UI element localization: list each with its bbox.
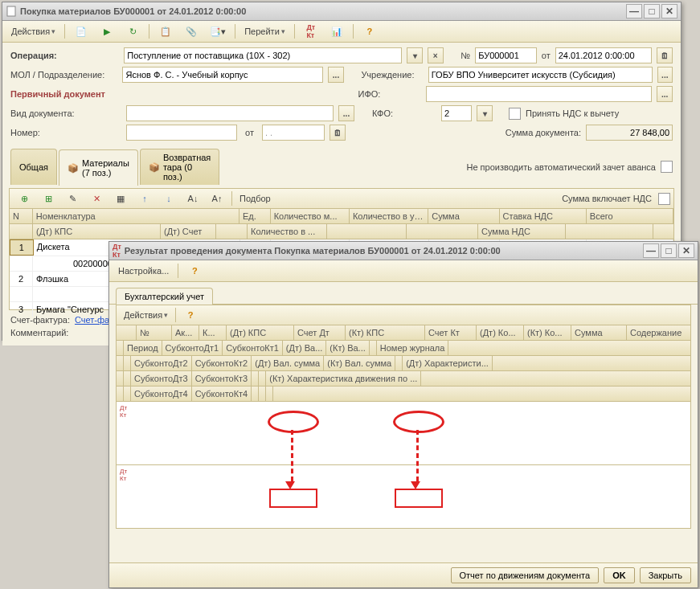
table-row[interactable]: Стэплер (130 листов) АИСТ 3 776,00 Приоб… [117, 436, 690, 450]
kfo-input[interactable]: 2 [441, 105, 472, 121]
nds-deduct-label: Принять НДС к вычету [526, 108, 619, 118]
move-up-icon[interactable]: ↑ [133, 190, 156, 207]
goto-menu[interactable]: Перейти [240, 22, 289, 40]
from-date-input[interactable]: . . [262, 125, 325, 141]
help-icon[interactable]: ? [358, 22, 381, 40]
org-select[interactable]: ... [657, 67, 673, 83]
doc-icon [6, 6, 17, 17]
col-dtkps[interactable]: (Дт) КПС [33, 224, 161, 239]
sort-desc-icon[interactable]: A↑ [206, 190, 228, 207]
no-auto-offset-checkbox[interactable] [661, 161, 673, 173]
minimize-button[interactable]: — [626, 4, 642, 18]
mol-label: МОЛ / Подразделение: [10, 70, 117, 80]
no-auto-offset-label: Не производить автоматический зачет аван… [466, 162, 656, 172]
ifo-select[interactable]: ... [657, 86, 673, 102]
tab-accounting[interactable]: Бухгалтерский учет [116, 288, 213, 305]
col-ndssum[interactable]: Сумма НДС [478, 224, 566, 239]
mol-select[interactable]: ... [328, 67, 343, 83]
result-toolbar: Настройка... ? [109, 260, 698, 282]
edit-row-icon[interactable]: ✎ [61, 190, 84, 207]
doctype-input[interactable] [126, 105, 334, 121]
number-input[interactable] [126, 125, 237, 141]
docno-label: № [461, 51, 470, 60]
help-icon[interactable]: ? [179, 306, 202, 324]
docno-input[interactable]: БУ000001 [475, 47, 537, 63]
primary-doc-label: Первичный документ [10, 89, 119, 99]
actions-menu[interactable]: Действия [120, 306, 172, 324]
minimize-button[interactable]: — [643, 243, 659, 258]
col-qtysub[interactable]: Количество в ... [248, 224, 327, 239]
sum-incl-nds-checkbox[interactable] [658, 193, 670, 205]
operation-dropdown[interactable]: ▾ [407, 47, 423, 63]
select-button[interactable]: Подбор [235, 190, 275, 207]
col-qtyacc[interactable]: Количество в учетных ... [350, 209, 428, 223]
refresh-icon[interactable]: ↻ [121, 22, 144, 40]
col-n[interactable]: N [10, 209, 33, 223]
col-total[interactable]: Всего [587, 209, 673, 223]
maximize-button[interactable]: □ [644, 4, 660, 18]
delete-row-icon[interactable]: ✕ [85, 190, 108, 207]
add-row-icon[interactable]: ⊕ [13, 190, 35, 207]
grid-header-row2: (Дт) КПС (Дт) Счет Количество в ... Сумм… [10, 224, 673, 239]
ok-button[interactable]: OK [604, 567, 635, 583]
calendar-icon[interactable]: 🗓 [657, 47, 673, 63]
report-icon[interactable]: 📊 [325, 22, 348, 40]
basedon-icon[interactable]: 📑▾ [206, 22, 230, 40]
col-qtym[interactable]: Количество м... [271, 209, 350, 223]
result-tabs: Бухгалтерский учет [109, 287, 698, 305]
settings-button[interactable]: Настройка... [114, 262, 173, 280]
col-ndsrate[interactable]: Ставка НДС [500, 209, 587, 223]
kfo-dropdown[interactable]: ▾ [477, 105, 493, 121]
table-row[interactable]: 24.01.2012 0:00:00 Дискета За плату [117, 485, 690, 499]
ifo-input[interactable] [426, 86, 653, 102]
move-down-icon[interactable]: ↓ [158, 190, 180, 207]
col-nom[interactable]: Номенклатура [33, 209, 239, 223]
kfo-label: КФО: [372, 108, 436, 118]
save-icon[interactable]: 📄 [70, 22, 92, 40]
col-dtacc[interactable]: (Дт) Счет [161, 224, 216, 239]
result-window: ДтКт Результат проведения документа Поку… [108, 241, 698, 588]
copy-row-icon[interactable]: ⊞ [37, 190, 59, 207]
table-row[interactable]: ДтКт 8 ✓ Н10 НПВ 50,000 708,00 Поступлен… [117, 465, 690, 485]
mol-input[interactable]: Яснов Ф. С. - Учебный корпус [122, 67, 323, 83]
titlebar: Покупка материалов БУ000001 от 24.01.201… [2, 2, 681, 21]
close-button[interactable]: ✕ [678, 243, 694, 258]
close-button[interactable]: Закрыть [640, 567, 691, 583]
post-icon[interactable]: ▶ [96, 22, 118, 40]
docsum-label: Сумма документа: [506, 128, 581, 137]
doctype-select[interactable]: ... [338, 105, 354, 121]
nds-deduct-checkbox[interactable] [509, 108, 521, 120]
table-row[interactable]: Договор (покупка канц... [117, 513, 690, 528]
tab-general[interactable]: Общая [10, 149, 57, 185]
org-input[interactable]: ГОБУ ВПО Университет искусств (Субсидия) [428, 67, 653, 83]
invoice-label: Счет-фактура: [10, 315, 70, 325]
tab-returnable[interactable]: 📦 Возвратная тара (0 поз.) [140, 149, 219, 185]
result-window-title: Результат проведения документа Покупка м… [125, 246, 641, 256]
actions-menu[interactable]: Действия [7, 22, 59, 40]
help-icon[interactable]: ? [183, 262, 206, 280]
copy-icon[interactable]: 📋 [154, 22, 177, 40]
from-date-cal[interactable]: 🗓 [330, 125, 346, 141]
grid-header-row1: N Номенклатура Ед. Количество м... Колич… [10, 209, 673, 224]
grid-header: № Ак... К... (Дт) КПС Счет Дт (Кт) КПС С… [117, 325, 690, 341]
operation-clear[interactable]: × [428, 47, 444, 63]
table-row[interactable]: Яснов Ф. С. - Учебный ... Договор (покуп… [117, 450, 690, 465]
operation-combo[interactable]: Поступление от поставщика (10Х - 302) [124, 47, 402, 63]
docdate-input[interactable]: 24.01.2012 0:00:00 [555, 47, 653, 63]
table-row[interactable]: 24.01.2012 0:00:00 340 730 RUB 4 [117, 421, 690, 436]
report-button[interactable]: Отчет по движениям документа [451, 567, 600, 583]
table-row[interactable]: ДтКт 7 ✓ 2 002000000... 105.36 002000000… [117, 402, 690, 421]
maximize-button[interactable]: □ [661, 243, 677, 258]
invoice-link[interactable]: Счет-фак [75, 315, 113, 325]
tab-materials[interactable]: 📦 Материалы (7 поз.) [59, 149, 138, 186]
col-unit[interactable]: Ед. [239, 209, 271, 223]
paste-icon[interactable]: 📎 [180, 22, 203, 40]
table-row[interactable]: АИСТ [117, 499, 690, 513]
table-icon[interactable]: ▦ [109, 190, 132, 207]
sort-asc-icon[interactable]: A↓ [182, 190, 204, 207]
dtkt-icon[interactable]: ДтКт [300, 22, 322, 40]
result-grid-toolbar: Действия ? [117, 305, 690, 325]
col-sum[interactable]: Сумма [428, 209, 499, 223]
form-area: Операция: Поступление от поставщика (10Х… [2, 43, 681, 149]
close-button[interactable]: ✕ [661, 4, 677, 18]
